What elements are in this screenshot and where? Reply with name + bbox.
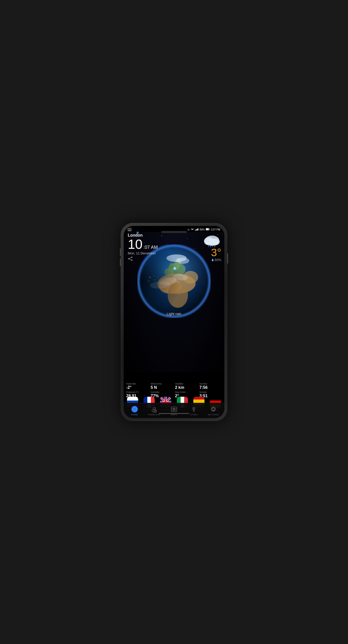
location-icon: ⊙	[187, 228, 189, 231]
status-time: 2:07 PM	[211, 228, 220, 231]
svg-point-22	[131, 260, 132, 261]
cities-nav-label: CITIES	[190, 413, 197, 416]
settings-nav-label: SETTINGS	[208, 413, 219, 416]
photo-icon	[128, 228, 131, 231]
signal-icon	[195, 228, 199, 231]
time-suffix: :07 AM	[144, 245, 158, 250]
svg-rect-1	[196, 229, 197, 231]
forecast-nav-label: FORECAST	[148, 413, 161, 416]
wind-value: 5 N	[151, 385, 173, 390]
sunset-label: Sunset	[199, 391, 222, 393]
svg-line-25	[129, 259, 131, 260]
wifi-icon	[191, 228, 194, 231]
forecast-icon	[151, 406, 158, 413]
rain-percent-display: 💧 60%	[211, 258, 221, 262]
sunrise-value: 7:56	[199, 385, 222, 390]
svg-point-23	[128, 258, 129, 259]
weather-top-right: 3° 💧 60%	[203, 235, 221, 262]
volume-down-button[interactable]	[120, 258, 121, 266]
svg-rect-6	[209, 229, 210, 230]
battery-percent: 89%	[200, 228, 205, 231]
cities-icon	[190, 406, 197, 413]
visibility-label: Visibility	[175, 382, 197, 385]
battery-icon	[206, 228, 210, 231]
humidity-label: Humidity	[151, 391, 173, 393]
pressure-label: Pressure (")	[126, 391, 149, 393]
svg-rect-0	[195, 230, 196, 231]
wind-label: Wind (m/s)	[151, 382, 173, 385]
sunrise-item: Sunrise 7:56	[199, 382, 222, 390]
nav-item-settings[interactable]: SETTINGS	[203, 406, 223, 416]
maps-icon	[170, 406, 178, 413]
nav-item-cities[interactable]: CITIES	[184, 406, 204, 416]
svg-line-24	[129, 257, 131, 258]
svg-point-29	[205, 239, 219, 246]
home-indicator	[159, 413, 189, 414]
cloud-rain-icon	[203, 235, 221, 247]
rain-percent-value: 60%	[215, 258, 221, 262]
svg-rect-2	[197, 229, 198, 231]
status-left	[128, 228, 131, 231]
svg-point-61	[174, 268, 176, 269]
sunrise-label: Sunrise	[199, 382, 222, 385]
svg-point-90	[193, 408, 194, 409]
home-icon	[131, 406, 138, 413]
time-hour: 10	[128, 238, 143, 251]
svg-line-78	[155, 407, 156, 408]
screen-content: ⊙ 89% 2:07 PM	[124, 226, 224, 418]
temperature-display: 3°	[211, 247, 221, 258]
home-nav-label: HOME	[131, 413, 138, 416]
feels-like-value: -2°	[126, 385, 149, 390]
volume-up-button[interactable]	[120, 248, 121, 256]
speaker-grille	[161, 231, 187, 233]
svg-point-81	[154, 410, 157, 412]
bottom-navigation: HOME	[124, 403, 224, 418]
svg-point-91	[212, 408, 215, 410]
phone-screen: ⊙ 89% 2:07 PM	[124, 226, 224, 418]
visibility-value: 2 km	[175, 385, 197, 390]
svg-point-21	[131, 257, 132, 258]
nav-item-home[interactable]: HOME	[125, 406, 145, 416]
rain-drop-icon: 💧	[211, 258, 214, 261]
visibility-item: Visibility 2 km	[175, 382, 197, 390]
nav-item-maps[interactable]: MAPS	[164, 406, 184, 416]
camera-dot	[136, 232, 139, 234]
status-right: ⊙ 89% 2:07 PM	[187, 228, 220, 231]
dew-point-label: Dew Point	[175, 391, 197, 393]
power-button[interactable]	[227, 253, 228, 264]
settings-icon	[210, 406, 217, 413]
svg-point-87	[173, 408, 175, 409]
feels-like-label: Feels like	[126, 382, 149, 385]
svg-rect-3	[198, 228, 198, 231]
feels-like-item: Feels like -2°	[126, 382, 149, 390]
wind-item: Wind (m/s) 5 N	[151, 382, 173, 390]
svg-rect-5	[206, 228, 209, 230]
nav-item-forecast[interactable]: FORECAST	[145, 406, 164, 416]
phone-frame: ⊙ 89% 2:07 PM	[121, 223, 227, 421]
main-content: London 10 :07 AM Mon, 11 December	[124, 232, 224, 418]
weather-condition-label: Light rain	[167, 312, 181, 316]
